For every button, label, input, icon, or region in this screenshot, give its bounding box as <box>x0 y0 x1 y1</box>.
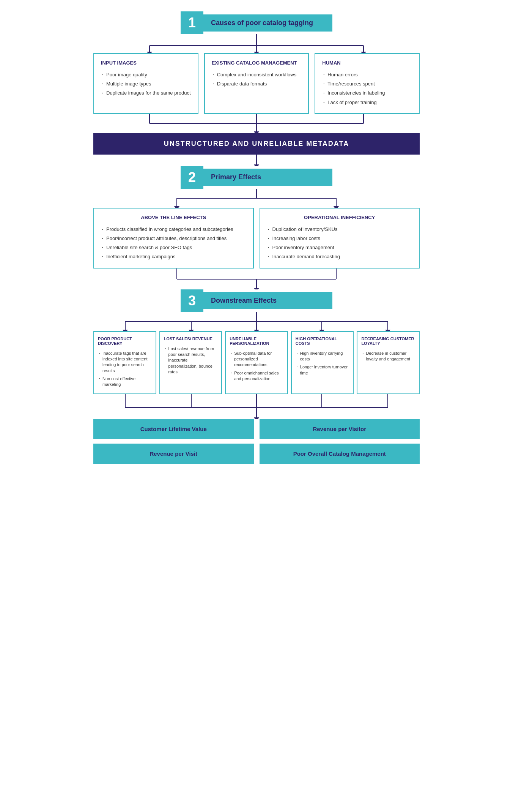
outcome-row-2: Revenue per Visit Poor Overall Catalog M… <box>93 444 420 464</box>
cause-1-title: INPUT IMAGES <box>101 60 191 66</box>
badge-3-label: Downstream Effects <box>203 292 332 309</box>
outcome-row-1: Customer Lifetime Value Revenue per Visi… <box>93 419 420 439</box>
primary-box-2: OPERATIONAL INEFFICIENCY Duplication of … <box>260 208 420 269</box>
badge-2-label: Primary Effects <box>203 169 332 186</box>
cause-2-item-2: Disparate data formats <box>212 79 302 88</box>
primary-1-item-2: Poor/incorrect product attributes, descr… <box>101 234 246 243</box>
downstream-2-item-1: Lost sales/ revenue from poor search res… <box>164 345 218 376</box>
downstream-5-item-1: Decrease in customer loyalty and engagem… <box>361 349 415 363</box>
downstream-1-item-2: Non cost effective marketing <box>98 375 152 389</box>
cause-3-item-2: Time/resources spent <box>322 79 412 88</box>
badge-2-number: 2 <box>181 166 203 189</box>
cause-2-title: EXISTING CATALOG MANAGEMENT <box>212 60 302 66</box>
cause-box-1: INPUT IMAGES Poor image quality Multiple… <box>93 53 198 114</box>
downstream-1-item-1: Inaccurate tags that are indexed into si… <box>98 349 152 375</box>
primary-1-item-3: Unreliable site search & poor SEO tags <box>101 243 246 252</box>
primary-2-title: OPERATIONAL INEFFICIENCY <box>267 215 412 220</box>
cause-1-item-3: Duplicate images for the same product <box>101 88 191 98</box>
downstream-row: POOR PRODUCT DISCOVERY Inaccurate tags t… <box>93 331 420 394</box>
downstream-1-list: Inaccurate tags that are indexed into si… <box>98 349 152 389</box>
downstream-5-title: DECREASING CUSTOMER LOYALTY <box>361 336 415 346</box>
downstream-box-2: LOST SALES/ REVENUE Lost sales/ revenue … <box>159 331 222 394</box>
primary-2-list: Duplication of inventory/SKUs Increasing… <box>267 225 412 262</box>
cause-2-list: Complex and inconsistent workflows Dispa… <box>212 70 302 88</box>
downstream-box-3: UNRELIABLE PERSONALIZATION Sub-optimal d… <box>225 331 288 394</box>
badge-2: 2 Primary Effects <box>181 166 332 189</box>
primary-1-list: Products classified in wrong categories … <box>101 225 246 262</box>
downstream-4-item-2: Longer inventory turnover time <box>296 363 349 377</box>
primary-1-title: ABOVE THE LINE EFFECTS <box>101 215 246 220</box>
outcome-3: Revenue per Visit <box>93 444 254 464</box>
branch-connector-1 <box>93 34 420 53</box>
badge-3: 3 Downstream Effects <box>181 289 332 312</box>
merge-connector-2 <box>93 269 420 289</box>
outcome-4: Poor Overall Catalog Management <box>260 444 420 464</box>
downstream-box-4: HIGH OPERATIONAL COSTS High inventory ca… <box>291 331 354 394</box>
branch-connector-2 <box>93 189 420 208</box>
cause-3-item-1: Human errors <box>322 70 412 79</box>
cause-3-item-4: Lack of proper training <box>322 98 412 107</box>
badge-1: 1 Causes of poor catalog tagging <box>181 11 332 34</box>
cause-2-item-1: Complex and inconsistent workflows <box>212 70 302 79</box>
badge-3-number: 3 <box>181 289 203 312</box>
badge-1-number: 1 <box>181 11 203 34</box>
merge-connector-3 <box>93 394 420 419</box>
cause-box-2: EXISTING CATALOG MANAGEMENT Complex and … <box>204 53 309 114</box>
downstream-3-item-1: Sub-optimal data for personalized recomm… <box>230 349 283 369</box>
primary-1-item-1: Products classified in wrong categories … <box>101 225 246 234</box>
causes-row: INPUT IMAGES Poor image quality Multiple… <box>93 53 420 114</box>
primary-2-item-1: Duplication of inventory/SKUs <box>267 225 412 234</box>
primary-2-item-2: Increasing labor costs <box>267 234 412 243</box>
downstream-3-list: Sub-optimal data for personalized recomm… <box>230 349 283 383</box>
downstream-5-list: Decrease in customer loyalty and engagem… <box>361 349 415 363</box>
primary-effects-row: ABOVE THE LINE EFFECTS Products classifi… <box>93 208 420 269</box>
primary-2-item-4: Inaccurate demand forecasting <box>267 252 412 261</box>
primary-1-item-4: Inefficient marketing campaigns <box>101 252 246 261</box>
downstream-3-item-2: Poor omnichannel sales and personalizati… <box>230 369 283 383</box>
badge-1-label: Causes of poor catalog tagging <box>203 14 332 32</box>
cause-3-list: Human errors Time/resources spent Incons… <box>322 70 412 107</box>
downstream-box-1: POOR PRODUCT DISCOVERY Inaccurate tags t… <box>93 331 156 394</box>
metadata-banner: UNSTRUCTURED AND UNRELIABLE METADATA <box>93 133 420 155</box>
downstream-box-5: DECREASING CUSTOMER LOYALTY Decrease in … <box>357 331 420 394</box>
cause-3-item-3: Inconsistencies in labeling <box>322 88 412 98</box>
connector-to-badge2 <box>93 155 420 166</box>
outcome-2: Revenue per Visitor <box>260 419 420 439</box>
downstream-4-list: High inventory carrying costs Longer inv… <box>296 349 349 378</box>
merge-connector-1 <box>93 114 420 133</box>
cause-3-title: HUMAN <box>322 60 412 66</box>
primary-2-item-3: Poor inventory management <box>267 243 412 252</box>
diagram: 1 Causes of poor catalog tagging INPUT I… <box>93 11 420 464</box>
cause-1-list: Poor image quality Multiple image types … <box>101 70 191 98</box>
downstream-1-title: POOR PRODUCT DISCOVERY <box>98 336 152 346</box>
cause-box-3: HUMAN Human errors Time/resources spent … <box>315 53 420 114</box>
downstream-2-title: LOST SALES/ REVENUE <box>164 336 218 341</box>
cause-1-item-1: Poor image quality <box>101 70 191 79</box>
downstream-4-item-1: High inventory carrying costs <box>296 349 349 363</box>
outcome-1: Customer Lifetime Value <box>93 419 254 439</box>
primary-box-1: ABOVE THE LINE EFFECTS Products classifi… <box>93 208 254 269</box>
branch-connector-3 <box>93 312 420 331</box>
downstream-2-list: Lost sales/ revenue from poor search res… <box>164 345 218 376</box>
downstream-3-title: UNRELIABLE PERSONALIZATION <box>230 336 283 346</box>
downstream-4-title: HIGH OPERATIONAL COSTS <box>296 336 349 346</box>
cause-1-item-2: Multiple image types <box>101 79 191 88</box>
